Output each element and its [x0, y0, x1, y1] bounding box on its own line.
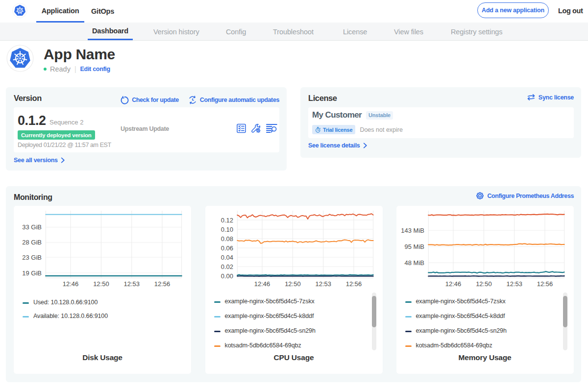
svg-text:12:56: 12:56	[345, 280, 362, 288]
svg-text:12:53: 12:53	[124, 280, 140, 288]
svg-text:12:53: 12:53	[506, 280, 522, 288]
svg-text:12:50: 12:50	[93, 280, 109, 288]
svg-text:12:53: 12:53	[315, 280, 331, 288]
svg-text:143 MiB: 143 MiB	[401, 227, 424, 234]
svg-text:0.02: 0.02	[220, 263, 233, 270]
svg-text:48 MiB: 48 MiB	[404, 259, 424, 267]
svg-text:12:56: 12:56	[537, 280, 553, 288]
svg-text:33 GiB: 33 GiB	[22, 223, 42, 231]
svg-text:12:46: 12:46	[254, 280, 270, 288]
svg-text:12:56: 12:56	[154, 280, 171, 288]
svg-text:0.10: 0.10	[220, 226, 233, 233]
svg-text:0.00: 0.00	[220, 272, 233, 280]
svg-text:12:50: 12:50	[476, 280, 492, 288]
svg-text:0.06: 0.06	[220, 244, 233, 252]
svg-text:12:46: 12:46	[445, 280, 461, 288]
svg-text:12:50: 12:50	[285, 280, 301, 288]
svg-text:0.04: 0.04	[220, 254, 233, 261]
svg-text:0.08: 0.08	[220, 235, 233, 243]
svg-text:0.12: 0.12	[220, 217, 233, 224]
svg-text:28 GiB: 28 GiB	[22, 239, 42, 246]
svg-text:95 MiB: 95 MiB	[404, 243, 424, 250]
svg-text:12:46: 12:46	[63, 280, 79, 288]
svg-text:23 GiB: 23 GiB	[22, 254, 42, 261]
svg-text:19 GiB: 19 GiB	[22, 269, 42, 277]
